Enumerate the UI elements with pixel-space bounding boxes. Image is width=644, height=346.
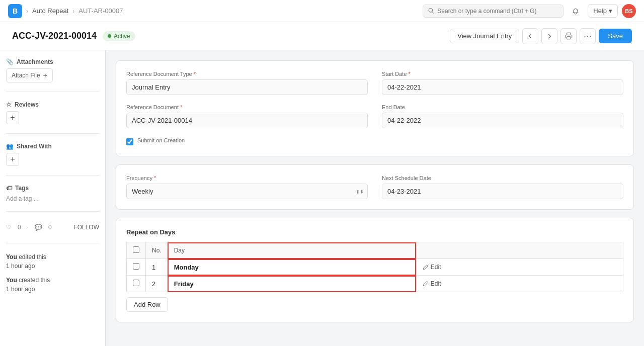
comments-count: 0 xyxy=(48,224,52,231)
next-schedule-input[interactable] xyxy=(382,184,623,199)
frequency-card: Frequency * Daily Weekly Monthly Quarter… xyxy=(116,164,634,210)
ref-doc-type-field: Reference Document Type * xyxy=(126,71,368,95)
tags-section: 🏷 Tags Add a tag ... xyxy=(6,185,99,202)
row-checkbox-cell xyxy=(127,276,146,292)
table-header-row: No. Day xyxy=(127,242,623,259)
paperclip-icon: 📎 xyxy=(6,58,14,65)
people-icon: 👥 xyxy=(6,143,14,150)
chevron-left-icon xyxy=(527,33,533,39)
social-row: ♡ 0 · 💬 0 FOLLOW xyxy=(6,221,99,234)
like-icon[interactable]: ♡ xyxy=(6,224,12,231)
top-nav: B › Auto Repeat › AUT-AR-00007 Help ▾ BS xyxy=(0,0,644,22)
ref-doc-type-input[interactable] xyxy=(126,79,368,95)
shared-with-section: 👥 Shared With + xyxy=(6,143,99,166)
print-icon xyxy=(565,32,573,40)
col-checkbox xyxy=(127,242,146,259)
dot-sep: · xyxy=(27,224,29,231)
chevron-down-icon: ▾ xyxy=(609,7,612,15)
notification-btn[interactable] xyxy=(568,3,584,19)
avatar: BS xyxy=(622,4,636,18)
attach-file-button[interactable]: Attach File + xyxy=(6,68,53,82)
plus-icon: + xyxy=(43,71,47,79)
ref-doc-type-label: Reference Document Type * xyxy=(126,71,368,77)
days-table: No. Day 1 Monday Edit xyxy=(126,242,623,292)
col-no-header: No. xyxy=(146,242,168,259)
breadcrumb-auto-repeat[interactable]: Auto Repeat xyxy=(32,7,68,15)
search-bar[interactable] xyxy=(423,5,564,18)
required-star-3: * xyxy=(180,104,182,110)
status-badge: Active xyxy=(103,31,135,41)
col-day-header: Day xyxy=(168,242,416,259)
save-button[interactable]: Save xyxy=(599,29,632,43)
add-tag-label[interactable]: Add a tag ... xyxy=(6,195,39,202)
status-dot xyxy=(108,34,111,38)
add-share-button[interactable]: + xyxy=(6,153,19,166)
page-title: ACC-JV-2021-00014 xyxy=(12,31,97,41)
edit-link-0[interactable]: Edit xyxy=(423,264,617,271)
search-icon xyxy=(428,8,434,14)
next-nav-button[interactable] xyxy=(541,28,557,44)
search-input[interactable] xyxy=(437,8,558,15)
frequency-label: Frequency * xyxy=(126,175,368,181)
ref-doc-input[interactable] xyxy=(126,113,368,128)
content-area: Reference Document Type * Start Date * R… xyxy=(106,50,644,346)
frequency-select[interactable]: Daily Weekly Monthly Quarterly Half-year… xyxy=(126,184,368,199)
row-checkbox-0[interactable] xyxy=(133,263,139,270)
edit-link-1[interactable]: Edit xyxy=(423,280,617,287)
prev-nav-button[interactable] xyxy=(522,28,538,44)
add-row-button[interactable]: Add Row xyxy=(126,297,168,312)
follow-button[interactable]: FOLLOW xyxy=(73,224,99,231)
reviews-title: ☆ Reviews xyxy=(6,101,99,108)
status-label: Active xyxy=(114,33,130,40)
svg-line-1 xyxy=(432,12,434,13)
sidebar: 📎 Attachments Attach File + ☆ Reviews + … xyxy=(0,50,106,346)
reviews-section: ☆ Reviews + xyxy=(6,101,99,124)
divider-2 xyxy=(6,133,99,134)
shared-with-title: 👥 Shared With xyxy=(6,143,99,150)
submit-on-creation-checkbox[interactable] xyxy=(126,138,133,145)
divider-4 xyxy=(6,211,99,212)
end-date-label: End Date xyxy=(382,104,623,110)
view-journal-button[interactable]: View Journal Entry xyxy=(450,29,519,43)
more-options-button[interactable]: ··· xyxy=(580,28,596,44)
form-card: Reference Document Type * Start Date * R… xyxy=(116,60,634,156)
breadcrumb-sep-2: › xyxy=(72,8,74,15)
ref-doc-label: Reference Document * xyxy=(126,104,368,110)
chevron-right-icon xyxy=(546,33,552,39)
select-all-checkbox[interactable] xyxy=(133,246,139,253)
activity-item-2: You created this 1 hour ago xyxy=(6,276,99,294)
row-action: Edit xyxy=(416,259,623,276)
header-actions: View Journal Entry ··· Save xyxy=(450,28,632,44)
help-button[interactable]: Help ▾ xyxy=(588,4,618,18)
col-action-header xyxy=(416,242,623,259)
page-header: ACC-JV-2021-00014 Active View Journal En… xyxy=(0,22,644,50)
attachments-title: 📎 Attachments xyxy=(6,58,99,65)
start-date-label: Start Date * xyxy=(382,71,623,77)
row-action: Edit xyxy=(416,276,623,292)
start-date-field: Start Date * xyxy=(382,71,623,95)
tags-title: 🏷 Tags xyxy=(6,185,99,192)
start-date-input[interactable] xyxy=(382,79,623,95)
ref-doc-field: Reference Document * xyxy=(126,104,368,128)
required-star-1: * xyxy=(194,71,196,77)
divider-3 xyxy=(6,175,99,176)
attachments-section: 📎 Attachments Attach File + xyxy=(6,58,99,82)
row-checkbox-cell xyxy=(127,259,146,276)
frequency-field: Frequency * Daily Weekly Monthly Quarter… xyxy=(126,175,368,199)
table-row: 1 Monday Edit xyxy=(127,259,623,276)
comment-icon[interactable]: 💬 xyxy=(35,224,42,231)
end-date-field: End Date xyxy=(382,104,623,128)
next-schedule-label: Next Schedule Date xyxy=(382,175,623,181)
submit-on-creation-field: Submit on Creation xyxy=(126,137,623,146)
required-star-4: * xyxy=(154,175,156,181)
row-checkbox-1[interactable] xyxy=(133,280,139,286)
required-star-2: * xyxy=(409,71,411,77)
frequency-grid: Frequency * Daily Weekly Monthly Quarter… xyxy=(126,175,623,199)
svg-rect-2 xyxy=(567,37,571,39)
end-date-input[interactable] xyxy=(382,113,623,128)
divider-1 xyxy=(6,92,99,92)
add-review-button[interactable]: + xyxy=(6,111,19,124)
row-no: 1 xyxy=(146,259,168,276)
breadcrumb-current: AUT-AR-00007 xyxy=(78,7,123,15)
print-button[interactable] xyxy=(560,28,577,44)
